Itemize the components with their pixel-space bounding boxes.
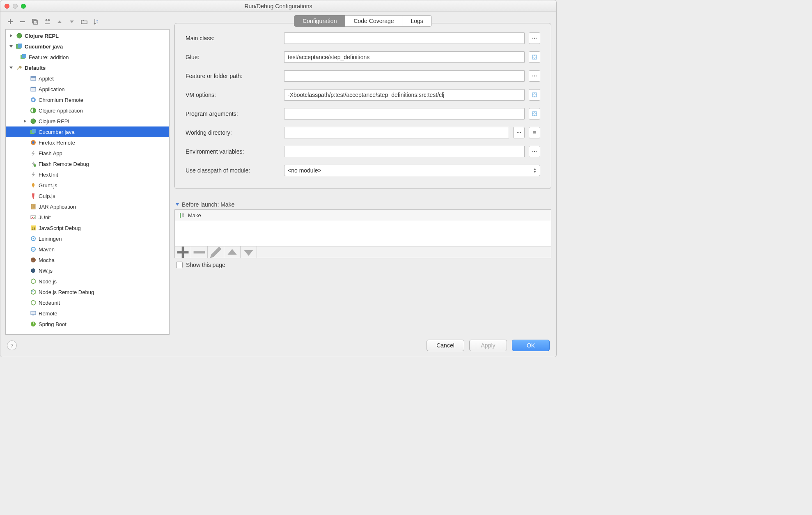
clojure-repl-icon	[30, 117, 37, 125]
tree-item-gulp[interactable]: Gulp.js	[6, 191, 169, 201]
grunt-icon	[30, 182, 37, 189]
clojure-app-icon	[30, 107, 37, 114]
tree-label: Leiningen	[39, 236, 62, 242]
program-args-input[interactable]	[284, 108, 525, 120]
tree-item-grunt[interactable]: Grunt.js	[6, 180, 169, 191]
tree-node-cucumber-java[interactable]: Cucumber java	[6, 41, 169, 52]
tree-item-chromium-remote[interactable]: Chromium Remote	[6, 94, 169, 105]
sort-alpha-icon[interactable]: az	[92, 18, 101, 26]
applet-icon	[30, 75, 37, 82]
tree-item-flash-remote-debug[interactable]: Flash Remote Debug	[6, 159, 169, 169]
tab-configuration[interactable]: Configuration	[294, 15, 345, 27]
svg-text:JS: JS	[32, 227, 35, 230]
tree-item-spring-boot[interactable]: Spring Boot	[6, 319, 169, 329]
show-this-page-row[interactable]: Show this page	[174, 262, 551, 268]
tree-item-leiningen[interactable]: Leiningen	[6, 233, 169, 244]
tree-item-flexunit[interactable]: FlexUnit	[6, 169, 169, 180]
tree-item-jar-application[interactable]: JAR Application	[6, 201, 169, 212]
tree-node-feature-addition[interactable]: Feature: addition	[6, 52, 169, 62]
svg-text:JS: JS	[31, 290, 34, 292]
glue-input[interactable]	[284, 51, 525, 63]
chromium-icon	[30, 96, 37, 103]
svg-point-47	[536, 76, 537, 76]
svg-point-52	[520, 132, 521, 133]
move-task-down-icon[interactable]	[241, 246, 257, 258]
apply-button[interactable]: Apply	[469, 340, 507, 351]
svg-rect-9	[22, 54, 26, 58]
tree-item-clojure-repl[interactable]: Clojure REPL	[6, 116, 169, 126]
browse-working-dir-button[interactable]	[513, 127, 525, 138]
ok-button[interactable]: OK	[512, 340, 550, 351]
browse-feature-button[interactable]	[529, 70, 540, 82]
tree-label: Applet	[39, 76, 54, 82]
chevron-down-icon	[174, 202, 180, 207]
tree-item-junit[interactable]: JUnit	[6, 212, 169, 223]
copy-config-icon[interactable]	[31, 18, 39, 26]
tree-label: Mocha	[39, 257, 55, 263]
dialog-footer: ? Cancel Apply OK	[5, 337, 551, 354]
tree-item-nodejs-remote-debug[interactable]: JSNode.js Remote Debug	[6, 287, 169, 297]
working-dir-input[interactable]	[284, 127, 509, 138]
tree-item-nodeunit[interactable]: Nodeunit	[6, 297, 169, 308]
tree-item-applet[interactable]: Applet	[6, 73, 169, 84]
edit-task-icon[interactable]	[208, 246, 224, 258]
module-select[interactable]: <no module> ▲▼	[284, 165, 540, 176]
folder-icon[interactable]	[80, 18, 88, 26]
dialog-window: Run/Debug Configurations az	[0, 0, 557, 357]
before-launch-header[interactable]: Before launch: Make	[174, 201, 551, 208]
cucumber-icon	[16, 43, 23, 50]
tree-item-clojure-application[interactable]: Clojure Application	[6, 105, 169, 116]
move-task-up-icon[interactable]	[224, 246, 241, 258]
tree-item-flash-app[interactable]: Flash App	[6, 148, 169, 159]
remove-task-icon[interactable]	[191, 246, 208, 258]
tree-node-defaults[interactable]: Defaults	[6, 62, 169, 73]
tab-logs[interactable]: Logs	[402, 15, 431, 27]
tree-item-javascript-debug[interactable]: JSJavaScript Debug	[6, 223, 169, 233]
tree-item-nwjs[interactable]: NW.js	[6, 265, 169, 276]
show-page-checkbox[interactable]	[176, 262, 183, 268]
tab-code-coverage[interactable]: Code Coverage	[345, 15, 402, 27]
expand-vm-button[interactable]	[529, 89, 540, 101]
tree-label: Clojure REPL	[39, 118, 71, 124]
main-class-input[interactable]	[284, 32, 525, 44]
feature-path-input[interactable]	[284, 70, 525, 82]
flash-debug-icon	[30, 160, 37, 168]
config-tree[interactable]: Clojure REPL Cucumber java Feature: addi…	[5, 29, 170, 335]
vm-options-input[interactable]	[284, 89, 525, 101]
expand-args-button[interactable]	[529, 108, 540, 120]
tree-item-remote[interactable]: Remote	[6, 308, 169, 319]
tree-item-maven[interactable]: mMaven	[6, 244, 169, 255]
module-select-value: <no module>	[288, 167, 321, 174]
expand-glue-button[interactable]	[529, 51, 540, 63]
tree-label: Firefox Remote	[39, 140, 75, 146]
help-icon[interactable]: ?	[7, 340, 17, 350]
browse-main-class-button[interactable]	[529, 32, 540, 44]
tree-item-application[interactable]: Application	[6, 84, 169, 94]
cancel-button[interactable]: Cancel	[427, 340, 464, 351]
move-up-icon[interactable]	[55, 18, 64, 26]
tree-item-mocha[interactable]: mMocha	[6, 255, 169, 265]
tree-item-cucumber-java[interactable]: Cucumber java	[6, 126, 169, 137]
svg-point-41	[532, 38, 533, 39]
firefox-icon	[30, 139, 37, 146]
tree-label: Grunt.js	[39, 182, 57, 189]
spring-boot-icon	[30, 320, 37, 328]
window-title: Run/Debug Configurations	[0, 3, 556, 9]
before-launch-item[interactable]: 0101 Make	[175, 210, 551, 221]
tree-item-nodejs[interactable]: Node.js	[6, 276, 169, 287]
vm-options-label: VM options:	[186, 92, 280, 98]
tree-label: Flash App	[39, 150, 62, 156]
tree-node-clojure-repl[interactable]: Clojure REPL	[6, 30, 169, 41]
settings-icon[interactable]	[43, 18, 51, 26]
tree-item-firefox-remote[interactable]: Firefox Remote	[6, 137, 169, 148]
env-vars-input[interactable]	[284, 146, 525, 157]
add-config-icon[interactable]	[6, 18, 14, 26]
remove-config-icon[interactable]	[18, 18, 27, 26]
add-task-icon[interactable]	[175, 246, 191, 258]
before-launch-list[interactable]: 0101 Make	[174, 209, 551, 246]
browse-env-button[interactable]	[529, 146, 540, 157]
move-down-icon[interactable]	[68, 18, 76, 26]
mocha-icon: m	[30, 256, 37, 264]
working-dir-list-button[interactable]	[529, 127, 540, 138]
tree-label: Cucumber java	[25, 44, 63, 50]
